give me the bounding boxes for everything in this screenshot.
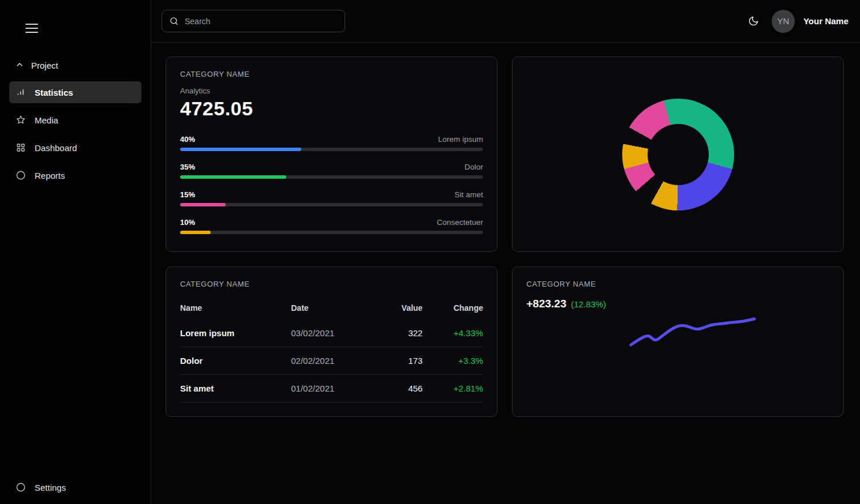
progress-label: Consectetuer — [437, 218, 483, 227]
avatar[interactable]: YN — [772, 10, 795, 33]
sidebar-item-settings[interactable]: Settings — [9, 476, 141, 498]
progress-fill — [180, 231, 211, 234]
sidebar: Project StatisticsMediaDashboardReports … — [0, 0, 151, 504]
table-header-cell: Name — [180, 299, 291, 319]
progress-percent: 15% — [180, 190, 195, 199]
table-header-cell: Date — [291, 299, 379, 319]
sidebar-group-label: Project — [31, 61, 58, 70]
sidebar-item-statistics[interactable]: Statistics — [9, 81, 141, 103]
cell-date: 03/02/2021 — [291, 319, 379, 347]
progress-bar-list: 40%Lorem ipsum35%Dolor15%Sit amet10%Cons… — [180, 135, 483, 234]
progress-row: 40%Lorem ipsum — [180, 135, 483, 151]
stats-total-value: 4725.05 — [180, 97, 483, 120]
card-title: CATEGORY NAME — [180, 280, 483, 288]
cell-value: 173 — [379, 347, 422, 375]
progress-track — [180, 148, 483, 151]
progress-row: 35%Dolor — [180, 163, 483, 179]
avatar-initials: YN — [777, 16, 790, 26]
circle-icon — [15, 482, 27, 492]
progress-fill — [180, 175, 286, 179]
chevron-up-icon — [15, 60, 24, 71]
topbar-right: YN Your Name — [745, 10, 848, 33]
cell-value: 456 — [379, 375, 422, 403]
progress-percent: 40% — [180, 135, 195, 144]
sidebar-group-project[interactable]: Project — [9, 54, 141, 77]
cell-name: Dolor — [180, 347, 291, 375]
sidebar-item-label: Media — [35, 115, 58, 125]
sidebar-item-media[interactable]: Media — [9, 109, 141, 131]
cell-change: +2.81% — [422, 375, 483, 403]
progress-row: 10%Consectetuer — [180, 218, 483, 234]
sidebar-item-label: Reports — [35, 171, 65, 180]
menu-toggle-button[interactable] — [23, 18, 43, 38]
topbar: YN Your Name — [151, 0, 860, 43]
card-title: CATEGORY NAME — [526, 280, 829, 288]
progress-label: Dolor — [465, 163, 483, 171]
line-chart — [526, 313, 831, 399]
progress-track — [180, 175, 483, 179]
search-box[interactable] — [162, 10, 345, 32]
sidebar-item-dashboard[interactable]: Dashboard — [9, 137, 141, 159]
table-card: CATEGORY NAME NameDateValueChange Lorem … — [166, 266, 498, 417]
cell-name: Lorem ipsum — [180, 319, 291, 347]
sidebar-item-reports[interactable]: Reports — [9, 164, 141, 186]
progress-label: Lorem ipsum — [438, 135, 483, 144]
progress-track — [180, 203, 483, 206]
cell-value: 322 — [379, 319, 422, 347]
main-column: YN Your Name CATEGORY NAME Analytics 472… — [151, 0, 860, 504]
stats-card: CATEGORY NAME Analytics 4725.05 40%Lorem… — [166, 57, 498, 252]
card-title: CATEGORY NAME — [180, 70, 483, 78]
donut-card — [512, 57, 844, 252]
theme-toggle-button[interactable] — [745, 12, 762, 30]
progress-fill — [180, 148, 301, 151]
trend-line — [631, 319, 754, 345]
donut-chart — [622, 99, 734, 210]
progress-row: 15%Sit amet — [180, 190, 483, 206]
grid-icon — [15, 142, 27, 153]
table-header-cell: Value — [379, 299, 422, 319]
circle-icon — [15, 170, 27, 180]
progress-fill — [180, 203, 226, 206]
donut-hole — [648, 124, 709, 185]
sidebar-item-label: Statistics — [35, 88, 73, 97]
trend-change: (12.83%) — [571, 299, 606, 309]
table-row: Dolor02/02/2021173+3.3% — [180, 347, 483, 375]
data-table: NameDateValueChange Lorem ipsum03/02/202… — [180, 299, 483, 403]
sidebar-item-label: Settings — [35, 483, 66, 492]
search-icon — [169, 16, 179, 26]
moon-icon — [748, 16, 759, 27]
bar-chart-icon — [15, 87, 27, 97]
progress-track — [180, 231, 483, 234]
cell-name: Sit amet — [180, 375, 291, 403]
trend-value-row: +823.23 (12.83%) — [526, 298, 829, 310]
table-header-cell: Change — [422, 299, 483, 319]
progress-percent: 35% — [180, 163, 195, 171]
cell-date: 01/02/2021 — [291, 375, 379, 403]
cell-date: 02/02/2021 — [291, 347, 379, 375]
table-row: Lorem ipsum03/02/2021322+4.33% — [180, 319, 483, 347]
star-icon — [15, 115, 27, 125]
trend-card: CATEGORY NAME +823.23 (12.83%) — [512, 266, 844, 417]
sidebar-nav: Project StatisticsMediaDashboardReports — [0, 38, 151, 476]
cell-change: +4.33% — [422, 319, 483, 347]
user-name: Your Name — [803, 16, 848, 26]
stats-subtitle: Analytics — [180, 86, 483, 95]
sidebar-item-label: Dashboard — [35, 143, 77, 153]
hamburger-icon — [25, 24, 40, 33]
progress-label: Sit amet — [454, 190, 483, 199]
cell-change: +3.3% — [422, 347, 483, 375]
progress-percent: 10% — [180, 218, 195, 227]
trend-value: +823.23 — [526, 298, 566, 310]
dashboard-content: CATEGORY NAME Analytics 4725.05 40%Lorem… — [151, 43, 860, 417]
table-row: Sit amet01/02/2021456+2.81% — [180, 375, 483, 403]
sidebar-footer: Settings — [0, 476, 151, 504]
search-input[interactable] — [185, 17, 338, 26]
